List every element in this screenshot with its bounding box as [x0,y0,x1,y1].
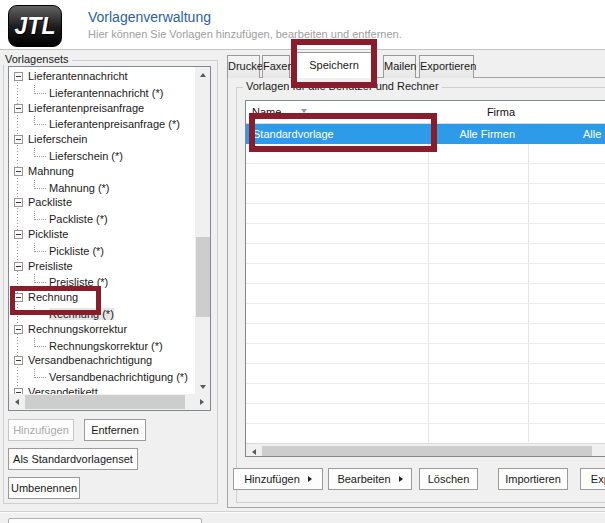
tree-item-label: Packliste (*) [49,213,108,225]
column-header-firma[interactable]: Firma [428,101,522,124]
tree-item-label: Lieferschein (*) [49,150,123,162]
collapse-icon[interactable] [14,356,23,365]
importieren-button[interactable]: Importieren [498,468,568,490]
tree-vertical-scrollbar[interactable] [195,67,211,394]
l-schen-button[interactable]: Löschen [419,468,478,490]
tab-faxen[interactable]: Faxen [262,55,290,78]
scroll-up-icon[interactable] [195,67,211,82]
tree-item-label: Rechnungskorrektur [28,323,127,335]
tree-item-label: Lieferantennachricht [28,70,128,82]
tree-item[interactable]: Lieferantennachricht [10,69,209,85]
collapse-icon[interactable] [14,135,23,144]
tree-hscroll-thumb[interactable] [25,395,185,409]
tree-branch-line [34,148,46,157]
scroll-down-icon[interactable] [195,379,211,394]
annotation-box-rechnung-item [10,286,101,315]
tree-item-label: Mahnung [28,165,74,177]
tree-item-label: Pickliste (*) [49,245,104,257]
exportieren-button[interactable]: Exportieren [580,468,605,490]
annotation-box-standardvorlage-row [249,113,437,152]
tree-item[interactable]: Rechnungskorrektur (*) [10,338,209,354]
clipped-bottom-button[interactable] [8,518,202,523]
tree-item[interactable]: Pickliste (*) [10,243,209,259]
tree-item-label: Preisliste [28,260,73,272]
set-default-template-set-button[interactable]: Als Standardvorlagenset [8,448,138,470]
collapse-icon[interactable] [14,262,23,271]
tree-item-label: Rechnungskorrektur (*) [49,340,163,352]
tree-branch-line [34,211,46,220]
button-label: Hinzufügen [244,473,300,485]
button-label: Exportieren [591,473,605,485]
templates-table[interactable]: Name Firma Standardvorlage Alle Firmen A… [245,100,605,457]
column-header-extra[interactable] [529,101,605,124]
tree-item[interactable]: Lieferantenpreisanfrage [10,101,209,117]
table-grid-lines [246,144,605,443]
tree-item[interactable]: Versandbenachrichtigung (*) [10,369,209,385]
collapse-icon[interactable] [14,198,23,207]
jtl-logo: JTL [8,5,62,47]
tree-item-label: Packliste [28,196,72,208]
tree-item-label: Versandbenachrichtigung [28,354,152,366]
tree-horizontal-scrollbar[interactable] [9,394,210,410]
table-hscroll-thumb[interactable] [262,446,592,457]
collapse-icon[interactable] [14,167,23,176]
button-label: Löschen [428,473,470,485]
vorlagensets-group-label: Vorlagensets [2,53,72,65]
collapse-icon[interactable] [14,325,23,334]
button-label: Importieren [505,473,561,485]
tree-branch-line [34,116,46,125]
tree-branch-line [34,338,46,347]
tab-exportieren[interactable]: Exportieren [419,55,474,78]
collapse-icon[interactable] [14,72,23,81]
add-set-label: Hinzufügen [13,424,69,436]
tree-item-label: Lieferantenpreisanfrage (*) [49,118,180,130]
cell-firma: Alle Firmen [428,124,522,144]
bearbeiten-button[interactable]: Bearbeiten [328,468,412,490]
collapse-icon[interactable] [14,230,23,239]
tree-branch-line [34,85,46,94]
tree-item[interactable]: Mahnung [10,164,209,180]
remove-set-button[interactable]: Entfernen [84,419,146,441]
tree-item[interactable]: Packliste (*) [10,211,209,227]
tree-vscroll-thumb[interactable] [196,237,210,317]
bottom-divider [0,511,605,513]
template-set-tree[interactable]: LieferantennachrichtLieferantennachricht… [8,66,211,411]
cell-benutzer: Alle [583,124,601,144]
rename-label: Umbenennen [11,482,77,494]
tree-item[interactable]: Rechnungskorrektur [10,322,209,338]
tree-item[interactable]: Versandbenachrichtigung [10,353,209,369]
set-default-label: Als Standardvorlagenset [13,453,133,465]
tree-item[interactable]: Packliste [10,195,209,211]
annotation-box-speichern-tab [291,39,377,88]
rename-button[interactable]: Umbenennen [8,477,80,499]
tree-item-label: Lieferantennachricht (*) [49,87,163,99]
tab-mailen[interactable]: Mailen [383,55,416,78]
add-set-button[interactable]: Hinzufügen [8,419,74,441]
tree-item[interactable]: Preisliste [10,259,209,275]
tree-branch-line [34,243,46,252]
tree-branch-line [34,369,46,378]
submenu-arrow-icon [399,476,403,482]
scroll-right-icon[interactable] [194,394,210,409]
scroll-left-icon[interactable] [246,445,262,457]
tree-item[interactable]: Lieferantenpreisanfrage (*) [10,116,209,132]
table-horizontal-scrollbar[interactable] [246,443,605,457]
remove-set-label: Entfernen [91,424,139,436]
tree-item-label: Lieferschein [28,133,87,145]
button-label: Bearbeiten [337,473,390,485]
tree-item-label: Mahnung (*) [49,182,110,194]
scroll-left-icon[interactable] [9,394,25,409]
tree-item[interactable]: Mahnung (*) [10,180,209,196]
tree-branch-line [34,274,46,283]
submenu-arrow-icon [308,476,312,482]
hinzuf-gen-button[interactable]: Hinzufügen [233,468,323,490]
tree-item[interactable]: Lieferantennachricht (*) [10,85,209,101]
page-title: Vorlagenverwaltung [88,9,211,25]
collapse-icon[interactable] [14,104,23,113]
tree-item[interactable]: Lieferschein (*) [10,148,209,164]
tree-branch-line [34,180,46,189]
tree-item-label: Pickliste [28,228,68,240]
tab-drucken[interactable]: Drucken [227,55,260,78]
tree-item[interactable]: Pickliste [10,227,209,243]
tree-item[interactable]: Lieferschein [10,132,209,148]
